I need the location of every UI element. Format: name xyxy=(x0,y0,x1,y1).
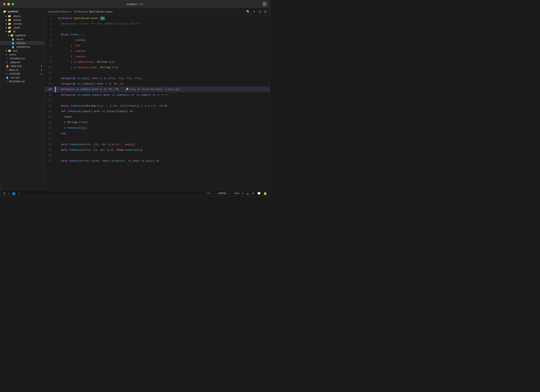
settings-icon[interactable]: ✦ xyxy=(253,10,256,14)
code-line-9: 9 | {:identifier, String.t()} xyxy=(45,59,270,65)
code-line-14: 14 defguard is_num(c) when c in ?0..?9 🔑… xyxy=(45,87,270,92)
code-line-23: 23 xyxy=(45,136,270,142)
sidebar-item-license[interactable]: ≡ LICENSE ● xyxy=(0,72,45,76)
avatar[interactable]: 👤 xyxy=(262,2,267,6)
breadcrumb-keyword: defmodule xyxy=(74,10,88,13)
sidebar-item-label: .lexical xyxy=(13,18,21,21)
breadcrumb: lib/spellbind/lexer.ex › defmodule Spell… xyxy=(48,10,113,13)
sidebar-item-label: mix.exs xyxy=(11,76,20,79)
sidebar-item-label: lexer.ex xyxy=(16,41,25,45)
chat-icon[interactable]: 💬 xyxy=(257,192,261,195)
list-icon[interactable]: ≡ xyxy=(8,192,10,195)
text-file-icon: ≡ xyxy=(6,53,7,56)
line-number: 14 xyxy=(45,87,55,92)
users-icon[interactable]: 👥 xyxy=(12,192,15,195)
editor-mode: -- NORMAL -- xyxy=(214,192,231,195)
code-line-12: 12 defguardp is_ws(c) when c in [?\s, ?\… xyxy=(45,76,270,81)
code-content: ▶ tokenize([]) xyxy=(56,125,270,131)
language-badge[interactable]: Elixir xyxy=(234,192,240,195)
sidebar-item-lexical[interactable]: ▸ 📁 .lexical xyxy=(0,18,45,22)
sidebar-item-ast-ex[interactable]: 💧 ast.ex xyxy=(0,37,45,41)
sidebar-item-nix-mix[interactable]: ▸ 📁 .nix-mix xyxy=(0,22,45,26)
panel-icon[interactable]: ⊞ xyxy=(264,10,267,14)
code-line-11: 11 xyxy=(45,70,270,76)
close-button[interactable] xyxy=(3,3,6,5)
git-modified-indicator: ● xyxy=(41,73,42,75)
code-editor[interactable]: 1 defmodule Spellbind.Lexer do 2 @module… xyxy=(45,15,270,190)
sidebar-item-label: lib xyxy=(13,30,15,33)
code-line-7: 7 | :lparen xyxy=(45,48,270,54)
code-line-15: 15 defguardp is_alpha_num(c) when is_alp… xyxy=(45,92,270,98)
sidebar-item-flake-nix[interactable]: ≡ flake.nix ● xyxy=(0,68,45,72)
elixir-file-icon: 💧 xyxy=(6,76,9,79)
sidebar-item-test[interactable]: ▸ 📁 test xyxy=(0,49,45,53)
code-content xyxy=(56,26,270,32)
sidebar-item-flake-lock[interactable]: 🔒 flake.lock ● xyxy=(0,64,45,68)
code-line-25: 25 defp tokenize(<<>>, t), do: {:ok, Enu… xyxy=(45,147,270,153)
info-icon[interactable]: ℹ xyxy=(242,192,243,195)
code-line-21: 21 ▶ tokenize([]) xyxy=(45,125,270,131)
window-title: spellbind main xyxy=(127,3,143,6)
text-file-icon: ≡ xyxy=(6,57,7,60)
line-number: 9 xyxy=(45,59,55,65)
code-line-5: 5 :lambda xyxy=(45,37,270,43)
grid-icon[interactable]: ⊞ xyxy=(3,192,5,195)
folder-icon: ▸ 📁 xyxy=(6,15,11,18)
sidebar-item-lib[interactable]: ▾ 📁 lib xyxy=(0,30,45,33)
sidebar-item-spellbind-ex[interactable]: 💧 spellbind.ex xyxy=(0,45,45,49)
sidebar-item-label: .formatter.exs xyxy=(9,57,25,60)
bell-icon[interactable]: 🔔 xyxy=(264,192,267,195)
maximize-button[interactable] xyxy=(11,3,14,5)
search-icon[interactable]: 🔍 xyxy=(246,10,250,14)
code-line-19: 19 input xyxy=(45,114,270,120)
line-number: 11 xyxy=(45,70,55,76)
line-number: 13 xyxy=(45,81,55,87)
code-line-6: 6 | :dot xyxy=(45,43,270,48)
sidebar-item-build[interactable]: ▸ 📁 _build xyxy=(0,26,45,30)
editor-header-icons: 🔍 ✦ ⊟ ⊞ xyxy=(246,10,267,14)
line-number: 22 xyxy=(45,131,55,136)
line-number: 20 xyxy=(45,120,55,125)
folder-icon: ▸ 📁 xyxy=(6,22,11,25)
sidebar-item-mix-exs[interactable]: 💧 mix.exs xyxy=(0,76,45,80)
sidebar-item-label: _build xyxy=(13,26,20,29)
sidebar-item-lexer-ex[interactable]: 💧 lexer.ex xyxy=(0,41,45,45)
sidebar-item-formatter[interactable]: ≡ .formatter.exs xyxy=(0,56,45,60)
code-content: defguard is_num(c) when c in ?0..?9 🔑 Zo… xyxy=(56,87,270,92)
lock-file-icon: 🔒 xyxy=(6,65,9,68)
sidebar-item-direnv[interactable]: ▸ 📁 .direnv xyxy=(0,14,45,18)
code-content: | {:invalid_char, String.t()} xyxy=(56,65,270,70)
code-content: | :dot xyxy=(56,43,270,48)
line-number: 12 xyxy=(45,76,55,81)
nix-file-icon: ≡ xyxy=(6,68,7,71)
split-icon[interactable]: ⊟ xyxy=(259,10,261,14)
sidebar-item-label: flake.nix xyxy=(9,68,19,71)
code-line-3: 3 xyxy=(45,26,270,32)
folder-icon: ▸ 📁 xyxy=(6,49,11,52)
main-layout: 📁 spellbind ▸ 📁 .direnv ▸ 📁 .lexical ▸ 📁… xyxy=(0,8,270,190)
code-content: @moduledoc "Lexer for the lambda calculu… xyxy=(56,21,270,26)
code-line-20: 20 ▶ String.trim() xyxy=(45,120,270,125)
sidebar-item-label: LICENSE xyxy=(9,72,20,75)
code-line-24: 24 defp tokenize(<<>>, []), do: {:error,… xyxy=(45,142,270,147)
minimize-button[interactable] xyxy=(7,3,10,5)
sidebar-item-envrc[interactable]: ≡ .envrc xyxy=(0,53,45,56)
line-number: 23 xyxy=(45,136,55,142)
sidebar-item-spellbind-folder[interactable]: ▾ 📁 spellbind xyxy=(0,33,45,37)
code-line-4: 4 @type token :: xyxy=(45,32,270,37)
line-number: 26 xyxy=(45,153,55,158)
code-content xyxy=(56,70,270,76)
line-number: 1 xyxy=(45,15,55,21)
git-modified-indicator: ● xyxy=(41,69,42,71)
sidebar-item-gitignore[interactable]: ⊙ .gitignore xyxy=(0,60,45,64)
line-number: 7 xyxy=(45,48,55,54)
cloud-icon[interactable]: ☁ xyxy=(246,192,249,195)
code-content: defguardp is_alpha_num(c) when is_alpha(… xyxy=(56,92,270,98)
title-bar: spellbind main 👤 xyxy=(0,0,270,8)
check-icon[interactable]: ✓ xyxy=(18,192,20,195)
code-content: @type token :: xyxy=(56,32,270,37)
line-number: 8 xyxy=(45,54,55,59)
code-line-13: 13 defguardp is_alpha(c) when c in ?A..?… xyxy=(45,81,270,87)
settings-icon[interactable]: ⚙ xyxy=(252,192,255,195)
sidebar-item-readme[interactable]: ≡ README.md xyxy=(0,80,45,83)
